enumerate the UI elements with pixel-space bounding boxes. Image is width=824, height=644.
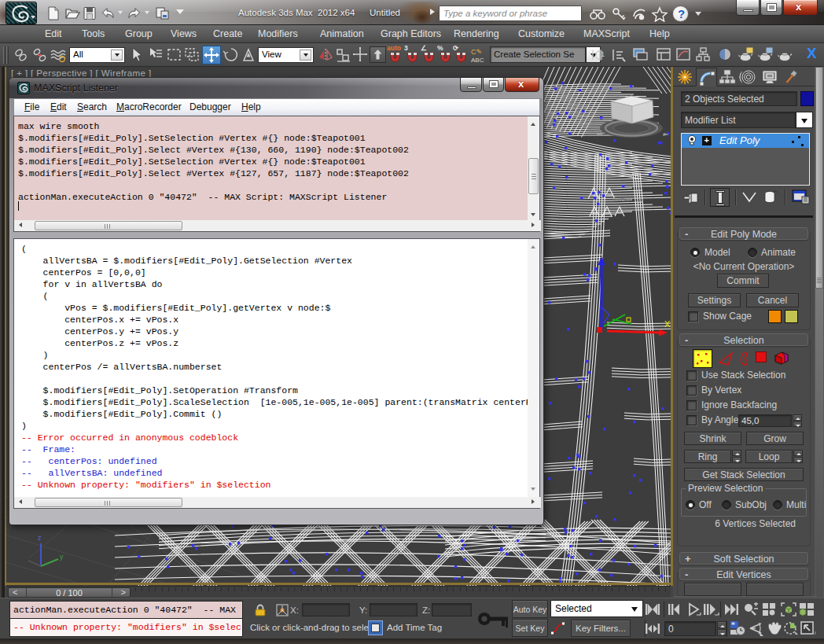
svg-text:1: 1 — [601, 50, 605, 58]
svg-text:ABC: ABC — [471, 57, 484, 64]
svg-text:z: z — [38, 534, 42, 542]
svg-text:C✎: C✎ — [471, 48, 482, 56]
svg-text:y: y — [60, 553, 64, 561]
svg-text:X: X — [664, 319, 671, 329]
